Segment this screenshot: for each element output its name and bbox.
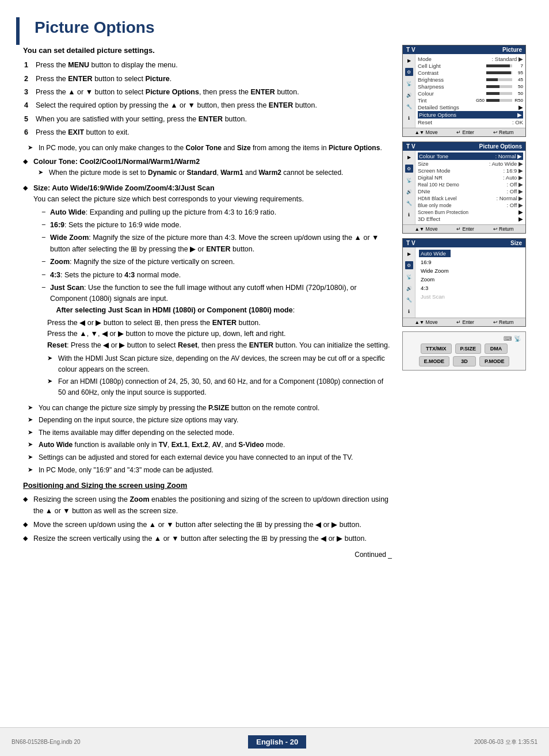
- general-note-2: ➤ Depending on the input source, the pic…: [23, 415, 392, 426]
- size-zoom-opt: Zoom: [419, 276, 451, 283]
- tv-row-reset: Reset : OK: [418, 119, 523, 125]
- tv-footer-enter-3: ↵ Enter: [456, 319, 474, 325]
- size-section: ◆ Size: Auto Wide/16:9/Wide Zoom/Zoom/4:…: [23, 183, 392, 400]
- tv-sharpness-num: 50: [514, 84, 523, 89]
- steps-list: 1 Press the MENU button to display the m…: [23, 60, 392, 138]
- arrow-sym-js1: ➤: [47, 353, 55, 375]
- tv-panel-picture-header: T V Picture: [403, 45, 525, 54]
- tv-footer-2: ▲▼ Move ↵ Enter ↩ Return: [403, 224, 525, 233]
- tv-row-tint: Tint G50 R50: [418, 97, 523, 104]
- tv-icon-2e: 🔧: [405, 199, 413, 207]
- colour-tone-note-text: When the picture mode is set to Dynamic …: [49, 167, 343, 178]
- size-content: Size: Auto Wide/16:9/Wide Zoom/Zoom/4:3/…: [33, 183, 392, 400]
- tv-row-real100hz-label: Real 100 Hz Demo: [418, 182, 459, 188]
- tv-sharpness-progress: 50: [486, 84, 523, 89]
- tv-row-hdmiblack-label: HDMI Black Level: [418, 196, 457, 201]
- page-language: English - 20: [256, 738, 298, 746]
- step-num-1: 1: [24, 60, 32, 71]
- tv-row-pictureopts-label: Picture Options: [419, 112, 456, 118]
- size-169-opt: 16:9: [419, 258, 451, 266]
- sidebar-panels: T V Picture ▶ ⚙ 📡 🔊 🔧 ℹ Mode: [402, 45, 526, 560]
- step-num-3: 3: [24, 87, 32, 98]
- step-text-1: Press the MENU button to display the men…: [36, 60, 178, 71]
- size-item-zoom: − Zoom: Magnify the size of the picture …: [41, 257, 392, 268]
- tv-panel-pictureopts-title: Picture Options: [479, 143, 522, 150]
- general-note-5: ➤ Settings can be adjusted and stored fo…: [23, 452, 392, 463]
- file-info-right: 2008-06-03 오후 1:35:51: [474, 738, 537, 746]
- tv-row-dnie: DNIe : Off ▶: [418, 188, 523, 194]
- colour-tone-section: ◆ Colour Tone: Cool2/Cool1/Normal/Warm1/…: [23, 156, 392, 180]
- tv-row-reset-label: Reset: [418, 119, 432, 125]
- tv-row-blueonly: Blue only mode : Off ▶: [418, 202, 523, 208]
- tv-cellight-progress: 7: [486, 63, 523, 68]
- tv-panel-picture-content: Mode : Standard ▶ Cell Light 7 Contrast: [415, 54, 525, 128]
- tv-icons-2: ▶ ⚙ 📡 🔊 🔧 ℹ: [403, 151, 415, 224]
- tv-panel-size-header: T V Size: [403, 239, 525, 247]
- colour-tone-note: ➤ When the picture mode is set to Dynami…: [33, 167, 343, 178]
- remote-btn-pmode[interactable]: P.MODE: [479, 356, 509, 366]
- size-zoom-text: Zoom: Magnify the size of the picture ve…: [50, 257, 235, 268]
- step-num-5: 5: [24, 114, 32, 125]
- tv-row-dnie-value: : Off ▶: [507, 188, 523, 194]
- tv-row-sharpness-label: Sharpness: [418, 83, 444, 90]
- tv-footer-3: ▲▼ Move ↵ Enter ↩ Return: [403, 318, 525, 326]
- size-item-autowide: − Auto Wide: Expanding and pulling up th…: [41, 207, 392, 218]
- bottom-bar: BN68-01528B-Eng.indb 20 English - 20 200…: [0, 727, 549, 756]
- remote-btn-ttxmix[interactable]: TTX/MIX: [421, 343, 452, 354]
- tv-row-contrast: Contrast 95: [418, 70, 523, 76]
- step-text-3: Press the ▲ or ▼ button to select Pictur…: [36, 87, 299, 98]
- remote-buttons: TTX/MIX P.SIZE DMA E.MODE 3D P.MODE: [407, 343, 521, 366]
- tv-icon-1e: 🔧: [405, 102, 413, 110]
- arrow-sym-js2: ➤: [47, 376, 55, 398]
- general-note-6: ➤ In PC Mode, only "16:9" and "4:3" mode…: [23, 465, 392, 476]
- tv-row-colour-label: Colour: [418, 90, 434, 97]
- tv-icon-1b: ⚙: [405, 68, 413, 76]
- size-item-justscan: − Just Scan: Use the function to see the…: [41, 282, 392, 316]
- arrow-sym-ct: ➤: [38, 167, 46, 178]
- general-note-4: ➤ Auto Wide function is available only i…: [23, 440, 392, 450]
- tv-icon-2a: ▶: [405, 153, 413, 161]
- remote-satellite-icon: 📡: [514, 335, 521, 342]
- just-scan-step-3: Reset: Press the ◀ or ▶ button to select…: [47, 340, 392, 351]
- tv-row-pictureopts-arrow: ▶: [517, 112, 522, 118]
- tv-panel-size: T V Size ▶ ⚙ 📡 🔊 🔧 ℹ Auto Wide 16:9: [402, 238, 526, 327]
- remote-btn-emode[interactable]: E.MODE: [419, 356, 450, 366]
- pos-item-1: ◆ Resizing the screen using the Zoom ena…: [23, 494, 392, 517]
- step-num-4: 4: [24, 100, 32, 111]
- tv-icon-3d: 🔊: [405, 284, 413, 292]
- tv-row-pictureopts: Picture Options ▶: [418, 111, 523, 119]
- arrow-sym-gn3: ➤: [28, 427, 36, 438]
- tv-row-cellight-label: Cell Light: [418, 63, 441, 69]
- tv-cellight-num: 7: [514, 63, 523, 68]
- just-scan-step-2: Press the ▲, ▼, ◀ or ▶ button to move th…: [47, 329, 392, 339]
- tv-row-hdmiblack: HDMI Black Level : Normal ▶: [418, 195, 523, 201]
- tv-icon-2f: ℹ: [405, 211, 413, 219]
- size-title: Size: Auto Wide/16:9/Wide Zoom/Zoom/4:3/…: [33, 184, 215, 192]
- tv-row-real100hz: Real 100 Hz Demo : Off ▶: [418, 181, 523, 188]
- size-43-opt: 4:3: [419, 284, 451, 292]
- diamond-sym-2: ◆: [23, 183, 30, 400]
- tv-brightness-progress: 45: [486, 77, 523, 82]
- remote-panel: ⌨ 📡 TTX/MIX P.SIZE DMA E.MODE 3D P.MODE: [402, 331, 526, 371]
- remote-btn-dma[interactable]: DMA: [485, 343, 508, 354]
- tv-icon-3a: ▶: [405, 250, 413, 258]
- remote-btn-psize[interactable]: P.SIZE: [455, 343, 481, 354]
- tv-icon-1a: ▶: [405, 56, 413, 64]
- tv-row-detailed-label: Detailed Settings: [418, 104, 459, 110]
- step-text-4: Select the required option by pressing t…: [36, 100, 317, 111]
- tv-panel-pictureopts-content: Colour Tone : Normal ▶ Size : Auto Wide …: [415, 151, 525, 224]
- tv-row-tint-label: Tint: [418, 97, 426, 104]
- tv-icon-3f: ℹ: [405, 307, 413, 315]
- pos-text-2: Move the screen up/down using the ▲ or ▼…: [33, 520, 361, 530]
- tv-row-cellight: Cell Light 7: [418, 63, 523, 69]
- remote-btn-3d[interactable]: 3D: [453, 356, 476, 366]
- size-sublist: − Auto Wide: Expanding and pulling up th…: [33, 207, 392, 316]
- step-1: 1 Press the MENU button to display the m…: [23, 60, 392, 71]
- tv-icon-1f: ℹ: [405, 114, 413, 122]
- pos-text-1: Resizing the screen using the Zoom enabl…: [33, 494, 392, 517]
- arrow-sym-pc: ➤: [28, 143, 36, 154]
- step-4: 4 Select the required option by pressing…: [23, 100, 392, 111]
- tv-icon-1c: 📡: [405, 79, 413, 87]
- tv-icon-2d: 🔊: [405, 188, 413, 196]
- general-note-5-text: Settings can be adjusted and stored for …: [39, 452, 353, 463]
